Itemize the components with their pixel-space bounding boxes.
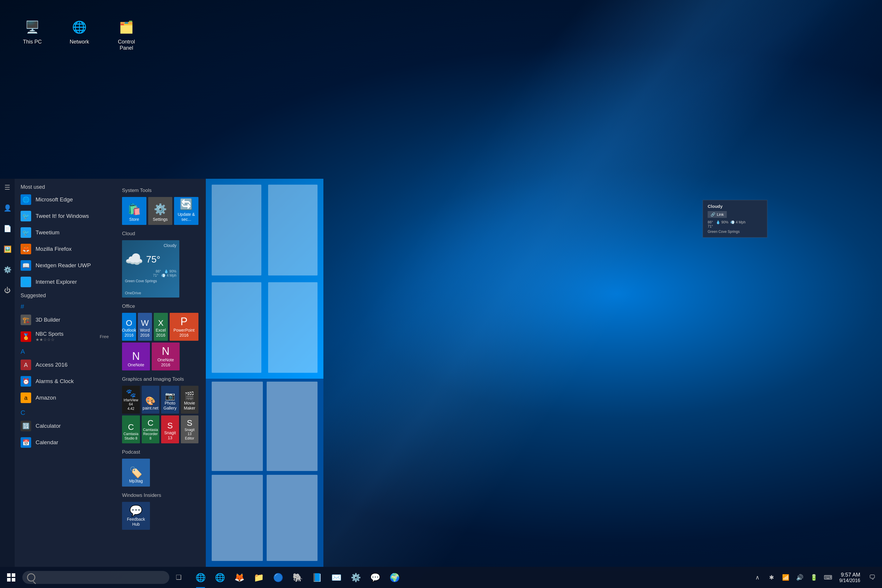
app-list: Most used 🌐 Microsoft Edge 🐦 Tweet It! f… bbox=[15, 179, 115, 567]
taskbar-app-firefox[interactable]: 🦊 bbox=[230, 567, 249, 588]
svg-rect-1 bbox=[12, 573, 15, 577]
tile-camtasia-rec[interactable]: C CamtasiaRecorder 8 bbox=[142, 416, 160, 443]
app-item-edge[interactable]: 🌐 Microsoft Edge bbox=[15, 191, 115, 208]
calculator-label: Calculator bbox=[36, 423, 61, 429]
tile-snagit13[interactable]: S Snagit 13 bbox=[161, 416, 179, 443]
irfanview-icon: 🐾 bbox=[126, 388, 136, 398]
app-item-access[interactable]: A Access 2016 bbox=[15, 357, 115, 373]
app-item-calendar[interactable]: 📅 Calendar bbox=[15, 434, 115, 451]
app-item-firefox[interactable]: 🦊 Mozilla Firefox bbox=[15, 241, 115, 257]
camtasia8-icon: C bbox=[128, 423, 134, 432]
graphics-row1: 🐾 IrfanView 644.42 🎨 paint.net 📷 Photo G… bbox=[122, 386, 198, 414]
link-icon: 🔗 bbox=[711, 212, 715, 217]
start-button[interactable] bbox=[2, 567, 20, 588]
tile-onenote2016[interactable]: N OneNote 2016 bbox=[152, 342, 180, 370]
sidebar-hamburger[interactable]: ☰ bbox=[2, 182, 13, 194]
system-tray: ∧ ✱ 📶 🔊 🔋 ⌨ 9:57 AM 9/14/2016 🗨 bbox=[751, 567, 880, 588]
tile-photogallery[interactable]: 📷 Photo Gallery bbox=[161, 386, 179, 414]
tile-settings[interactable]: ⚙️ Settings bbox=[148, 197, 172, 225]
tile-word[interactable]: W Word 2016 bbox=[138, 313, 152, 341]
store-tile-icon: 🛍️ bbox=[128, 203, 141, 216]
tile-powerpoint[interactable]: P PowerPoint 2016 bbox=[170, 313, 198, 341]
taskbar-app-evernote[interactable]: 🐘 bbox=[288, 567, 307, 588]
letter-divider-hash: # bbox=[15, 300, 115, 312]
weather-temp: 75° bbox=[146, 254, 160, 265]
tile-irfanview[interactable]: 🐾 IrfanView 644.42 bbox=[122, 386, 140, 414]
sidebar-power[interactable]: ⏻ bbox=[2, 285, 13, 296]
taskbar-app-clockwork[interactable]: ⚙️ bbox=[346, 567, 365, 588]
alarms-icon: ⏰ bbox=[21, 376, 31, 387]
tile-moviemaker[interactable]: 🎬 Movie Maker bbox=[181, 386, 199, 414]
language-icon[interactable]: ⌨ bbox=[822, 571, 835, 584]
powerpoint-label: PowerPoint 2016 bbox=[170, 328, 198, 338]
3dbuilder-label: 3D Builder bbox=[36, 317, 60, 323]
camtasia-rec-icon: C bbox=[148, 418, 153, 428]
search-box[interactable] bbox=[22, 571, 170, 584]
tile-camtasia8[interactable]: C CamtasiaStudio 8 bbox=[122, 416, 140, 443]
battery-icon[interactable]: 🔋 bbox=[808, 571, 820, 584]
control-panel-label: Control Panel bbox=[112, 39, 141, 51]
tile-mp3tag[interactable]: 🏷️ Mp3tag bbox=[122, 459, 150, 487]
taskbar-app-ie[interactable]: 🌐 bbox=[210, 567, 230, 588]
sidebar-user-avatar[interactable]: 👤 bbox=[2, 202, 13, 214]
graphics-row2: C CamtasiaStudio 8 C CamtasiaRecorder 8 … bbox=[122, 416, 198, 443]
store-tile-label: Store bbox=[128, 217, 141, 222]
tile-snagit-editor[interactable]: S Snagit 13Editor bbox=[181, 416, 199, 443]
volume-icon[interactable]: 🔊 bbox=[794, 571, 807, 584]
popup-link[interactable]: 🔗 Link bbox=[708, 211, 727, 218]
tile-excel[interactable]: X Excel 2016 bbox=[154, 313, 168, 341]
mp3tag-label: Mp3tag bbox=[128, 478, 144, 484]
outlook-label: Outlook 2016 bbox=[122, 328, 136, 338]
group-label-graphics: Graphics and Imaging Tools bbox=[122, 376, 198, 382]
tile-update[interactable]: 🔄 Update & sec... bbox=[174, 197, 198, 225]
show-hidden-icon[interactable]: ∧ bbox=[751, 571, 764, 584]
sidebar-pictures[interactable]: 🖼️ bbox=[2, 243, 13, 255]
desktop-icon-this-pc[interactable]: 🖥️ This PC bbox=[18, 18, 47, 51]
sidebar-settings[interactable]: ⚙️ bbox=[2, 264, 13, 276]
taskbar-app-facebook[interactable]: 📘 bbox=[308, 567, 326, 588]
taskbar-app-browser2[interactable]: 🌍 bbox=[385, 567, 404, 588]
taskbar-app-skype[interactable]: 💬 bbox=[366, 567, 384, 588]
tweetium-icon: 🐦 bbox=[21, 227, 31, 238]
app-item-nbc[interactable]: 🏅 NBC Sports ★★☆☆☆ Free bbox=[15, 328, 115, 345]
settings-sys-icon[interactable]: ✱ bbox=[765, 571, 778, 584]
app-item-tweetium[interactable]: 🐦 Tweetium bbox=[15, 224, 115, 241]
win-tile-br bbox=[268, 282, 318, 373]
tile-paintnet[interactable]: 🎨 paint.net bbox=[142, 386, 160, 414]
taskbar-app-file-explorer[interactable]: 📁 bbox=[249, 567, 268, 588]
app-item-3dbuilder[interactable]: 🏗️ 3D Builder bbox=[15, 312, 115, 328]
network-sys-icon[interactable]: 📶 bbox=[779, 571, 792, 584]
app-item-nextgen[interactable]: 📖 Nextgen Reader UWP bbox=[15, 257, 115, 274]
cloud-row: Cloudy ☁️ 75° 86° 💧 90% 71° 💨 4 Mph Gree… bbox=[122, 240, 198, 297]
3dbuilder-left: 🏗️ 3D Builder bbox=[21, 315, 60, 325]
app-item-tweet-it[interactable]: 🐦 Tweet It! for Windows bbox=[15, 208, 115, 224]
taskbar-task-view[interactable]: ❑ bbox=[170, 567, 188, 588]
notification-icon[interactable]: 🗨 bbox=[865, 567, 880, 588]
paintnet-icon: 🎨 bbox=[145, 396, 156, 406]
app-item-alarms[interactable]: ⏰ Alarms & Clock bbox=[15, 373, 115, 390]
app-item-calculator[interactable]: 🔢 Calculator bbox=[15, 418, 115, 434]
taskbar-apps: 🌐 🌐 🦊 📁 🔵 🐘 📘 ✉️ ⚙️ 💬 🌍 bbox=[191, 567, 751, 588]
snagit13-label: Snagit 13 bbox=[161, 430, 179, 440]
app-item-amazon[interactable]: a Amazon bbox=[15, 390, 115, 406]
desktop-icon-network[interactable]: 🌐 Network bbox=[64, 18, 94, 51]
taskbar-app-edge[interactable]: 🌐 bbox=[191, 567, 210, 588]
group-label-office: Office bbox=[122, 303, 198, 309]
tile-onedrive[interactable]: Cloudy ☁️ 75° 86° 💧 90% 71° 💨 4 Mph Gree… bbox=[122, 240, 179, 297]
win-tile-tr bbox=[268, 184, 318, 276]
tile-feedback-hub[interactable]: 💬 Feedback Hub bbox=[122, 502, 150, 530]
taskbar-clock[interactable]: 9:57 AM 9/14/2016 bbox=[836, 572, 864, 583]
desktop-icon-control-panel[interactable]: 🗂️ Control Panel bbox=[112, 18, 141, 51]
start-sidebar: ☰ 👤 📄 🖼️ ⚙️ ⏻ bbox=[0, 179, 15, 567]
excel-label: Excel 2016 bbox=[154, 328, 168, 338]
ie-label: Internet Explorer bbox=[36, 279, 77, 285]
taskbar-app-chrome[interactable]: 🔵 bbox=[269, 567, 288, 588]
tile-store[interactable]: 🛍️ Store bbox=[122, 197, 146, 225]
sidebar-documents[interactable]: 📄 bbox=[2, 223, 13, 235]
tile-outlook[interactable]: O Outlook 2016 bbox=[122, 313, 136, 341]
app-item-ie[interactable]: 🌐 Internet Explorer bbox=[15, 274, 115, 290]
group-label-system-tools: System Tools bbox=[122, 188, 198, 194]
tile-onenote[interactable]: N OneNote bbox=[122, 342, 150, 370]
taskbar-app-mailbird[interactable]: ✉️ bbox=[327, 567, 346, 588]
weather-condition: Cloudy bbox=[125, 243, 176, 248]
